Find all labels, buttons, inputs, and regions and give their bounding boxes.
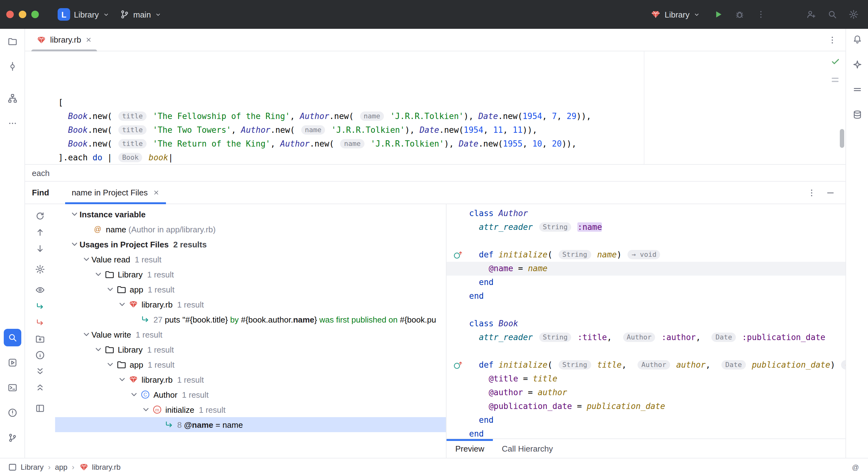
- preview-code-line[interactable]: attr_reader String :name: [446, 220, 845, 234]
- tree-usage-line-8[interactable]: 8 @name = name: [55, 417, 446, 432]
- more-tool-windows-button[interactable]: [3, 115, 21, 132]
- chevron-down-icon[interactable]: [105, 359, 115, 370]
- code-with-me-button[interactable]: [803, 6, 819, 23]
- preview-code-line[interactable]: @author = author: [446, 386, 845, 400]
- chevron-down-icon[interactable]: [93, 269, 103, 279]
- commit-tool-button[interactable]: [3, 58, 21, 75]
- method-gutter-icon[interactable]: [453, 250, 463, 260]
- minimize-window-button[interactable]: [19, 11, 26, 18]
- editor-tab-library-rb[interactable]: library.rb: [30, 29, 98, 51]
- chevron-down-icon[interactable]: [69, 239, 80, 249]
- close-window-button[interactable]: [6, 11, 14, 18]
- code-line[interactable]: Book.new( title 'The Fellowship of the R…: [58, 109, 845, 123]
- chevron-down-icon[interactable]: [82, 329, 91, 340]
- ai-assistant-button[interactable]: [848, 56, 866, 73]
- preview-code-line[interactable]: end: [446, 289, 845, 303]
- chevron-down-icon[interactable]: [105, 284, 115, 294]
- settings-button[interactable]: [33, 262, 47, 276]
- preview-code-line[interactable]: [446, 345, 845, 358]
- preview-code-line[interactable]: end: [446, 427, 845, 438]
- preview-toggle-button[interactable]: [33, 283, 47, 297]
- tree-item-library-dir[interactable]: Library 1 result: [55, 342, 446, 357]
- hide-stripe-button[interactable]: [848, 81, 866, 98]
- tree-group-value-write[interactable]: Value write 1 result: [55, 327, 446, 342]
- tab-preview[interactable]: Preview: [446, 439, 493, 458]
- run-config-widget[interactable]: Library: [646, 7, 706, 22]
- preview-code-line[interactable]: class Book: [446, 317, 845, 331]
- preview-code-line[interactable]: @title = title: [446, 372, 845, 386]
- breadcrumb-each[interactable]: each: [32, 168, 50, 178]
- preview-code-line[interactable]: class Author: [446, 207, 845, 220]
- more-actions-button[interactable]: [753, 6, 769, 23]
- debug-button[interactable]: [732, 6, 748, 23]
- zoom-window-button[interactable]: [31, 11, 39, 18]
- tree-item-app-dir[interactable]: app 1 result: [55, 357, 446, 372]
- code-line[interactable]: [: [58, 96, 845, 109]
- tree-item-library-dir[interactable]: Library 1 result: [55, 267, 446, 282]
- preview-code-line[interactable]: end: [446, 413, 845, 427]
- search-everywhere-button[interactable]: [824, 6, 840, 23]
- close-icon[interactable]: [85, 36, 92, 43]
- tree-item-app-dir[interactable]: app 1 result: [55, 282, 446, 297]
- tree-item-name-field[interactable]: @name (Author in app/library.rb): [55, 222, 446, 237]
- version-control-tool-button[interactable]: [3, 429, 21, 447]
- write-access-filter-button[interactable]: [33, 316, 47, 329]
- inspections-widget[interactable]: [832, 78, 839, 82]
- breadcrumb-item[interactable]: library.rb: [79, 462, 121, 472]
- expand-all-button[interactable]: [33, 364, 47, 378]
- tree-item-library-rb[interactable]: library.rb 1 result: [55, 372, 446, 387]
- kebab-icon[interactable]: [807, 188, 817, 198]
- problems-tool-button[interactable]: [3, 404, 21, 421]
- tab-call-hierarchy[interactable]: Call Hierarchy: [493, 439, 562, 458]
- code-line[interactable]: Book.new( title 'The Two Towers', Author…: [58, 123, 845, 137]
- chevron-down-icon[interactable]: [69, 209, 80, 219]
- chevron-down-icon[interactable]: [141, 405, 151, 415]
- services-tool-button[interactable]: [3, 354, 21, 372]
- find-tool-button[interactable]: [3, 329, 21, 346]
- branch-widget[interactable]: main: [115, 7, 166, 22]
- chevron-down-icon[interactable]: [82, 254, 91, 264]
- tree-group-value-read[interactable]: Value read 1 result: [55, 252, 446, 267]
- tree-item-author-class[interactable]: CAuthor 1 result: [55, 387, 446, 402]
- tree-group-instance-variable[interactable]: Instance variable: [55, 207, 446, 222]
- hide-tool-window-icon[interactable]: [826, 188, 835, 198]
- structure-tool-button[interactable]: [3, 90, 21, 107]
- inspections-ok-icon[interactable]: [830, 56, 840, 66]
- editor-options-button[interactable]: [824, 32, 840, 48]
- preview-code-line[interactable]: [446, 303, 845, 317]
- project-tool-button[interactable]: [3, 33, 21, 50]
- terminal-tool-button[interactable]: [3, 379, 21, 396]
- usage-info-button[interactable]: [33, 348, 47, 362]
- code-line[interactable]: Book.new( title 'The Return of the King'…: [58, 137, 845, 151]
- read-access-filter-button[interactable]: [33, 299, 47, 313]
- preview-code-line[interactable]: [446, 234, 845, 248]
- run-button[interactable]: [710, 6, 726, 23]
- settings-button[interactable]: [845, 6, 862, 23]
- chevron-down-icon[interactable]: [129, 389, 139, 400]
- project-widget[interactable]: L Library: [53, 6, 115, 23]
- tree-item-library-rb[interactable]: library.rb 1 result: [55, 297, 446, 312]
- group-by-button[interactable]: [33, 332, 47, 346]
- preview-code-line[interactable]: attr_reader String :title, Author :autho…: [446, 331, 845, 345]
- close-icon[interactable]: [153, 189, 160, 196]
- preview-code-line[interactable]: end: [446, 276, 845, 289]
- preview-code[interactable]: class Author attr_reader String :name de…: [446, 204, 845, 438]
- code-editor[interactable]: [ Book.new( title 'The Fellowship of the…: [25, 51, 845, 164]
- chevron-down-icon[interactable]: [93, 345, 103, 354]
- notifications-button[interactable]: [848, 31, 866, 48]
- rerun-search-button[interactable]: [33, 209, 47, 223]
- chevron-down-icon[interactable]: [117, 375, 127, 385]
- tree-usage-line-27[interactable]: 27 puts "#{book.title} by #{book.author.…: [55, 312, 446, 327]
- preview-code-line[interactable]: def initialize( String title, Author aut…: [446, 358, 845, 372]
- ai-status-icon[interactable]: @: [850, 462, 861, 472]
- method-gutter-icon[interactable]: [453, 360, 463, 370]
- open-in-split-button[interactable]: [33, 402, 47, 415]
- tree-group-usages[interactable]: Usages in Project Files 2 results: [55, 237, 446, 252]
- preview-code-line[interactable]: @name = name: [446, 262, 845, 276]
- breadcrumb-item[interactable]: Library: [7, 462, 43, 472]
- next-occurrence-button[interactable]: [33, 242, 47, 256]
- preview-code-line[interactable]: def initialize( String name) → void: [446, 248, 845, 262]
- preview-code-line[interactable]: @publication_date = publication_date: [446, 400, 845, 413]
- breadcrumb-item[interactable]: app: [55, 463, 67, 472]
- chevron-down-icon[interactable]: [117, 299, 127, 309]
